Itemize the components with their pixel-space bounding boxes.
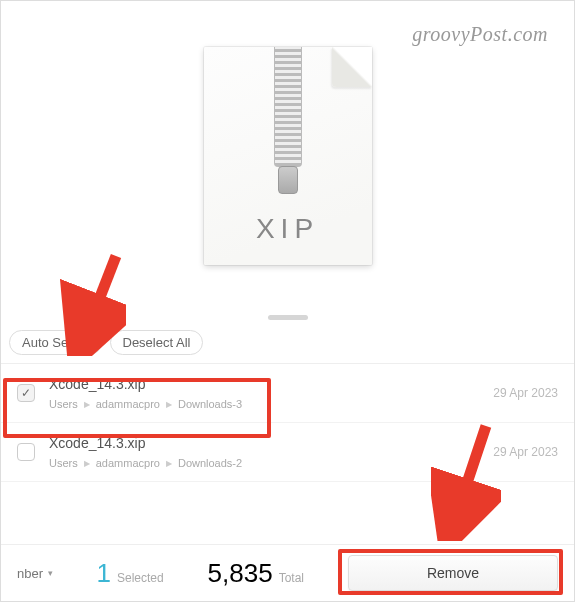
file-row[interactable]: Xcode_14.3.xip Users▶ adammacpro▶ Downlo… — [1, 423, 574, 482]
drag-handle[interactable] — [268, 315, 308, 320]
file-row[interactable]: ✓ Xcode_14.3.xip Users▶ adammacpro▶ Down… — [1, 364, 574, 423]
sort-dropdown[interactable]: nber ▾ — [17, 566, 53, 581]
deselect-all-button[interactable]: Deselect All — [110, 330, 204, 355]
file-date: 29 Apr 2023 — [493, 386, 558, 400]
file-date: 29 Apr 2023 — [493, 445, 558, 459]
total-count: 5,835 Total — [208, 558, 304, 589]
file-name: Xcode_14.3.xip — [49, 435, 479, 451]
selected-count: 1 Selected — [96, 558, 163, 589]
zipper-icon — [274, 47, 302, 167]
file-name: Xcode_14.3.xip — [49, 376, 479, 392]
auto-select-button[interactable]: Auto Select — [9, 330, 102, 355]
file-path: Users▶ adammacpro▶ Downloads-3 — [49, 398, 479, 410]
file-list: ✓ Xcode_14.3.xip Users▶ adammacpro▶ Down… — [1, 363, 574, 482]
xip-file-icon: XIP — [204, 47, 372, 265]
checkbox[interactable] — [17, 443, 35, 461]
checkbox[interactable]: ✓ — [17, 384, 35, 402]
file-type-label: XIP — [204, 213, 372, 245]
bottom-bar: nber ▾ 1 Selected 5,835 Total Remove — [1, 544, 574, 601]
file-preview: XIP — [1, 1, 574, 311]
selection-actions: Auto Select Deselect All — [1, 330, 574, 363]
file-path: Users▶ adammacpro▶ Downloads-2 — [49, 457, 479, 469]
remove-button[interactable]: Remove — [348, 555, 558, 591]
